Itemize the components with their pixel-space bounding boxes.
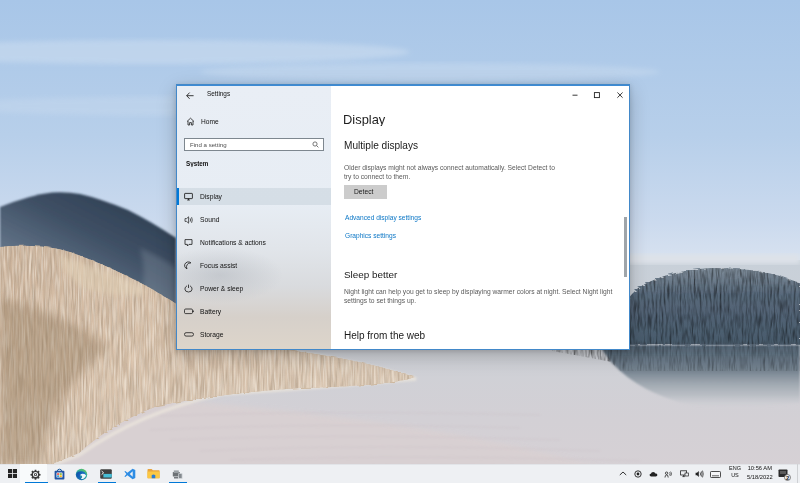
- svg-text:2: 2: [786, 475, 789, 481]
